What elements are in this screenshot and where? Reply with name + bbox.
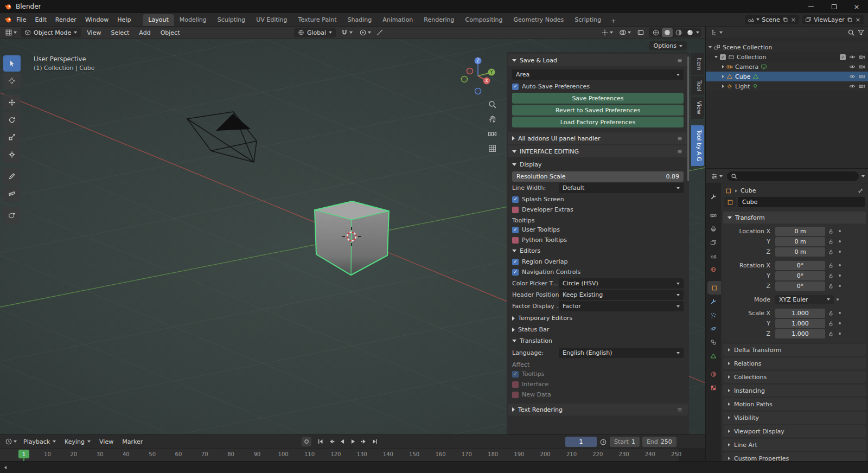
menu-help[interactable]: Help (113, 15, 135, 25)
tab-tool[interactable] (706, 190, 721, 203)
menu-render[interactable]: Render (51, 15, 81, 25)
lock-icon[interactable] (825, 263, 836, 269)
expand-chevron-icon[interactable] (722, 65, 724, 68)
object-id-dropdown[interactable] (724, 197, 736, 207)
jump-to-start-button[interactable] (316, 437, 326, 446)
rotation-mode-dropdown[interactable]: XYZ Euler (775, 295, 834, 304)
animate-dot[interactable] (834, 298, 841, 301)
rotation-z-field[interactable]: 0° (775, 282, 825, 291)
mode-dropdown[interactable]: Object Mode (21, 28, 81, 37)
sidebar-tab-item[interactable]: Item (691, 53, 704, 75)
scale-x-field[interactable]: 1.000 (775, 309, 825, 318)
tab-view-layer[interactable] (706, 235, 721, 249)
affect-interface-checkbox[interactable]: Interface (511, 379, 685, 389)
proportional-edit-button[interactable] (358, 29, 373, 36)
workspace-tab-animation[interactable]: Animation (377, 14, 418, 26)
lock-icon[interactable] (825, 249, 836, 255)
viewlayer-copy-icon[interactable] (847, 17, 853, 23)
eye-icon[interactable] (849, 54, 856, 60)
expand-chevron-icon[interactable] (714, 56, 718, 58)
timeline-menu-marker[interactable]: Marker (118, 437, 146, 446)
section-instancing[interactable]: Instancing (723, 385, 866, 397)
sidebar-tab-tool[interactable]: Tool (691, 76, 704, 95)
add-cube-tool[interactable] (3, 207, 21, 223)
scale-z-field[interactable]: 1.000 (775, 329, 825, 338)
tab-texture[interactable] (706, 381, 721, 394)
section-delta-transform[interactable]: Delta Transform (723, 344, 866, 356)
lock-icon[interactable] (825, 239, 836, 245)
section-motion-paths[interactable]: Motion Paths (723, 398, 866, 410)
area-dropdown[interactable]: Area (512, 69, 684, 80)
blender-menu-icon[interactable] (4, 16, 12, 23)
annotate-tool[interactable] (3, 168, 21, 184)
menu-object[interactable]: Object (157, 28, 184, 37)
end-frame-field[interactable]: End250 (642, 437, 676, 447)
lock-icon[interactable] (825, 331, 836, 337)
tab-world[interactable] (706, 263, 721, 276)
panel-grip-icon[interactable] (676, 148, 684, 155)
gizmo-negative-z[interactable] (475, 88, 481, 94)
workspace-tab-layout[interactable]: Layout (143, 14, 174, 26)
splash-screen-checkbox[interactable]: Splash Screen (511, 194, 685, 204)
outliner-search-icon[interactable] (847, 29, 855, 36)
playback-popover[interactable]: Playback (20, 437, 60, 447)
addons-panel-header[interactable]: All addons UI panel handler (508, 132, 688, 144)
start-frame-field[interactable]: Start1 (610, 437, 640, 447)
rotation-x-field[interactable]: 0° (775, 261, 825, 270)
section-line-art[interactable]: Line Art (723, 439, 866, 451)
gizmo-negative-y[interactable] (462, 76, 468, 82)
properties-filter-chevron-icon[interactable] (861, 175, 865, 177)
sidebar-tab-view[interactable]: View (691, 97, 704, 119)
pin-icon[interactable] (857, 188, 864, 194)
camera-visibility-icon[interactable] (859, 83, 865, 90)
xray-toggle-button[interactable] (635, 29, 646, 36)
affect-tooltips-checkbox[interactable]: Tooltips (511, 369, 685, 379)
section-custom-properties[interactable]: Custom Properties (723, 452, 866, 461)
workspace-tab-modeling[interactable]: Modeling (174, 14, 212, 26)
eye-icon[interactable] (849, 73, 856, 80)
scale-y-field[interactable]: 1.000 (775, 319, 825, 328)
panel-grip-icon[interactable] (676, 56, 684, 64)
language-dropdown[interactable]: English (English) (559, 348, 684, 358)
workspace-tab-sculpting[interactable]: Sculpting (212, 14, 251, 26)
move-tool[interactable] (3, 94, 21, 111)
panel-scrollbar[interactable] (687, 56, 689, 181)
region-overlap-checkbox[interactable]: Region Overlap (511, 257, 685, 267)
python-tooltips-checkbox[interactable]: Python Tooltips (511, 235, 685, 245)
outliner-row-light[interactable]: Light (706, 81, 868, 91)
affect-new-data-checkbox[interactable]: New Data (511, 389, 685, 400)
animate-dot[interactable] (836, 230, 844, 232)
section-viewport-display[interactable]: Viewport Display (723, 425, 866, 437)
tab-output[interactable] (706, 222, 721, 235)
section-relations[interactable]: Relations (723, 357, 866, 369)
translation-subpanel-header[interactable]: Translation (511, 335, 685, 347)
tab-modifiers[interactable] (706, 295, 721, 308)
status-bar-subpanel-header[interactable]: Status Bar (511, 324, 685, 335)
properties-search-input[interactable] (727, 171, 859, 181)
options-button[interactable]: Options (649, 41, 687, 50)
sync-icon[interactable] (599, 438, 607, 446)
resolution-scale-slider[interactable]: Resolution Scale 0.89 (512, 171, 684, 182)
menu-view[interactable]: View (83, 28, 105, 37)
viewport-3d[interactable]: User Perspective (1) Collection | Cube (0, 39, 705, 434)
location-x-field[interactable]: 0 m (775, 227, 825, 236)
show-overlays-button[interactable] (617, 29, 633, 36)
outliner-row-collection[interactable]: ✓ Collection ✓ (706, 52, 868, 62)
text-rendering-panel-header[interactable]: Text Rendering (508, 404, 688, 416)
outliner-editor-type-button[interactable] (709, 29, 724, 36)
panel-grip-icon[interactable] (676, 135, 684, 142)
expand-chevron-icon[interactable] (722, 85, 724, 88)
location-z-field[interactable]: 0 m (775, 247, 825, 257)
show-gizmo-button[interactable] (599, 29, 615, 36)
revert-preferences-button[interactable]: Revert to Saved Preferences (512, 105, 684, 116)
shading-rendered-button[interactable] (685, 28, 695, 37)
tab-material[interactable] (706, 367, 721, 381)
menu-select[interactable]: Select (107, 28, 133, 37)
tab-physics[interactable] (706, 322, 721, 335)
close-button[interactable]: × (845, 0, 868, 13)
falloff-curve-icon[interactable] (376, 29, 384, 36)
factor-display-dropdown[interactable]: Factor (559, 301, 684, 311)
animate-dot[interactable] (836, 312, 844, 314)
workspace-tab-texture-paint[interactable]: Texture Paint (293, 14, 342, 26)
next-keyframe-button[interactable] (359, 437, 369, 446)
